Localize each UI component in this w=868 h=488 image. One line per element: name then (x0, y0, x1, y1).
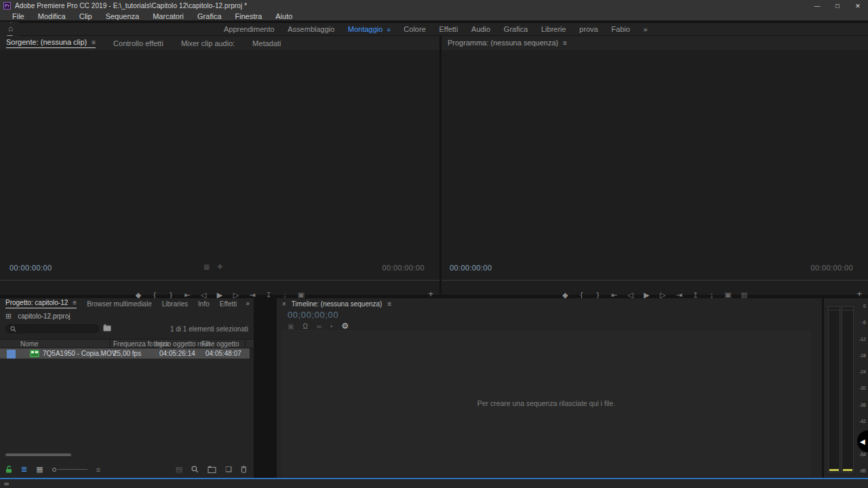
fit-view-icon[interactable]: ▦ (203, 263, 210, 270)
search-scope-icon[interactable] (103, 324, 111, 331)
panel-menu-icon[interactable]: ≡ (92, 39, 96, 46)
workspace-overflow-chevron[interactable]: » (644, 25, 648, 33)
button-editor-plus-icon[interactable]: + (856, 289, 862, 299)
source-monitor-viewer: 00:00:00:00 ▦ ✚ 00:00:00:00 ◆ { } ⇤ ◁ ▶ … (0, 50, 439, 295)
title-bar: Pr Adobe Premiere Pro CC 2019 - E:\_tuto… (0, 0, 868, 12)
tab-sorgente[interactable]: Sorgente: (nessuna clip)≡ (6, 38, 96, 48)
automate-to-sequence-icon[interactable]: ▤ (176, 465, 182, 474)
meter-level-fill (843, 469, 852, 471)
source-timecode-current[interactable]: 00:00:00:00 (9, 264, 52, 272)
column-separator[interactable] (245, 340, 245, 349)
meter-clip-indicator (829, 307, 840, 310)
timeline-settings-wrench-icon[interactable]: ⚙ (342, 321, 349, 331)
taskbar-app-icon[interactable]: ∞ (4, 481, 9, 487)
project-search-box[interactable] (5, 324, 99, 333)
column-separator[interactable] (110, 340, 111, 349)
menu-aiuto[interactable]: Aiuto (269, 12, 299, 20)
workspace-tab-montaggio[interactable]: Montaggio≡ (348, 25, 391, 33)
column-separator[interactable] (153, 340, 153, 349)
zoom-slider-handle[interactable] (52, 468, 56, 472)
workspace-tab-audio[interactable]: Audio (471, 25, 490, 33)
workspace-tab-librerie[interactable]: Librerie (541, 25, 566, 33)
insert-icon[interactable]: ↧ (264, 291, 274, 300)
project-panel: Progetto: capitolo-12≡ Browser multimedi… (0, 298, 254, 478)
project-table-header: Nome Frequenza fotogra Inizio oggetto mu… (0, 339, 254, 348)
window-controls: — □ ✕ (807, 0, 868, 12)
tab-info[interactable]: Info (198, 300, 210, 308)
close-icon[interactable]: ✕ (848, 0, 868, 12)
workspace-bar: ⌂ Apprendimento Assemblaggio Montaggio≡ … (0, 23, 868, 35)
clip-label-chip[interactable] (7, 350, 16, 359)
workspace-tabs: Apprendimento Assemblaggio Montaggio≡ Co… (224, 23, 648, 35)
new-bin-icon[interactable] (208, 466, 216, 473)
new-item-icon[interactable]: ❏ (225, 465, 232, 474)
project-panel-tabs: Progetto: capitolo-12≡ Browser multimedi… (0, 298, 254, 309)
table-row[interactable]: 7Q5A1950 - Copia.MOV 25,00 fps 04:05:26:… (0, 348, 250, 359)
minimize-icon[interactable]: — (807, 0, 827, 12)
window-title: Adobe Premiere Pro CC 2019 - E:\_tutoria… (15, 2, 247, 9)
menu-sequenza[interactable]: Sequenza (99, 12, 146, 20)
menu-grafica[interactable]: Grafica (191, 12, 228, 20)
tab-programma[interactable]: Programma: (nessuna sequenza)≡ (448, 39, 567, 48)
cursor-arrow-icon: ◀ (860, 438, 865, 445)
source-monitor-panel: Sorgente: (nessuna clip)≡ Controllo effe… (0, 36, 439, 295)
breadcrumb[interactable]: ⊞ capitolo-12.prproj (5, 312, 70, 321)
workspace-tab-colore[interactable]: Colore (403, 25, 425, 33)
horizontal-scrollbar[interactable] (5, 453, 71, 456)
monitor-settings-icon[interactable]: ✚ (217, 263, 222, 270)
workspace-tab-fabio[interactable]: Fabio (612, 25, 631, 33)
column-separator[interactable] (199, 340, 199, 349)
linked-selection-icon[interactable]: ∞ (317, 323, 321, 330)
panel-menu-icon[interactable]: ≡ (73, 299, 77, 306)
timeline-timecode[interactable]: 00;00;00;00 (288, 310, 338, 320)
workspace-tab-prova[interactable]: prova (579, 25, 598, 33)
column-header-nome[interactable]: Nome (20, 340, 39, 348)
menu-finestra[interactable]: Finestra (229, 12, 269, 20)
workspace-tab-assemblaggio[interactable]: Assemblaggio (288, 25, 334, 33)
project-toolbar: ≣ ▦ ≡ ▤ ❏ (0, 461, 254, 478)
menu-clip[interactable]: Clip (73, 12, 99, 20)
tab-effetti[interactable]: Effetti (220, 300, 237, 308)
tab-controllo-effetti[interactable]: Controllo effetti (113, 39, 163, 47)
tab-metadati[interactable]: Metadati (252, 39, 281, 47)
workspace-tab-montaggio-label: Montaggio (348, 25, 382, 33)
panel-menu-icon[interactable]: ≡ (387, 300, 391, 308)
tab-progetto[interactable]: Progetto: capitolo-12≡ (5, 299, 77, 308)
scale-tick: -6 (862, 320, 866, 325)
search-input[interactable] (19, 325, 94, 333)
add-marker-icon[interactable]: • (330, 323, 333, 330)
home-icon[interactable]: ⌂ (8, 24, 13, 33)
row-frame-rate: 25,00 fps (113, 350, 141, 357)
snap-icon[interactable]: Ω (302, 323, 307, 330)
list-view-icon[interactable]: ≣ (21, 465, 27, 474)
restore-icon[interactable]: □ (827, 0, 848, 12)
workspace-menu-icon[interactable]: ≡ (387, 26, 390, 33)
trash-icon[interactable] (241, 466, 247, 473)
find-icon[interactable] (191, 466, 199, 473)
nest-sequences-icon[interactable]: ▣ (288, 323, 294, 330)
button-editor-plus-icon[interactable]: + (428, 289, 433, 299)
breadcrumb-label: capitolo-12.prproj (18, 312, 70, 320)
project-writable-lock-icon[interactable] (5, 466, 12, 473)
timeline-tab[interactable]: × Timeline: (nessuna sequenza) ≡ (277, 298, 391, 309)
menu-modifica[interactable]: Modifica (31, 12, 73, 20)
workspace-tab-grafica[interactable]: Grafica (504, 25, 528, 33)
tab-libraries[interactable]: Libraries (162, 300, 188, 308)
scale-tick: -18 (859, 353, 866, 358)
menu-marcatori[interactable]: Marcatori (146, 12, 191, 20)
timeline-drop-hint: Per creare una sequenza rilasciate qui i… (477, 399, 616, 407)
project-overflow-chevron[interactable]: » (245, 300, 250, 307)
thumbnail-zoom-slider[interactable] (52, 468, 87, 472)
sort-icon[interactable]: ≡ (96, 466, 100, 474)
icon-view-icon[interactable]: ▦ (36, 465, 43, 474)
tab-close-icon[interactable]: × (282, 300, 286, 308)
tab-browser-multimediale[interactable]: Browser multimediale (87, 300, 152, 308)
workspace-tab-effetti[interactable]: Effetti (439, 25, 458, 33)
workspace-tab-apprendimento[interactable]: Apprendimento (224, 25, 275, 33)
panel-menu-icon[interactable]: ≡ (563, 39, 567, 47)
menu-file[interactable]: File (5, 12, 31, 20)
program-timecode-current[interactable]: 00:00:00:00 (450, 264, 492, 272)
timeline-drop-zone[interactable]: Per creare una sequenza rilasciate qui i… (281, 330, 811, 476)
row-clip-name: 7Q5A1950 - Copia.MOV (43, 350, 116, 357)
tab-mixer-clip-audio[interactable]: Mixer clip audio: (181, 39, 235, 47)
